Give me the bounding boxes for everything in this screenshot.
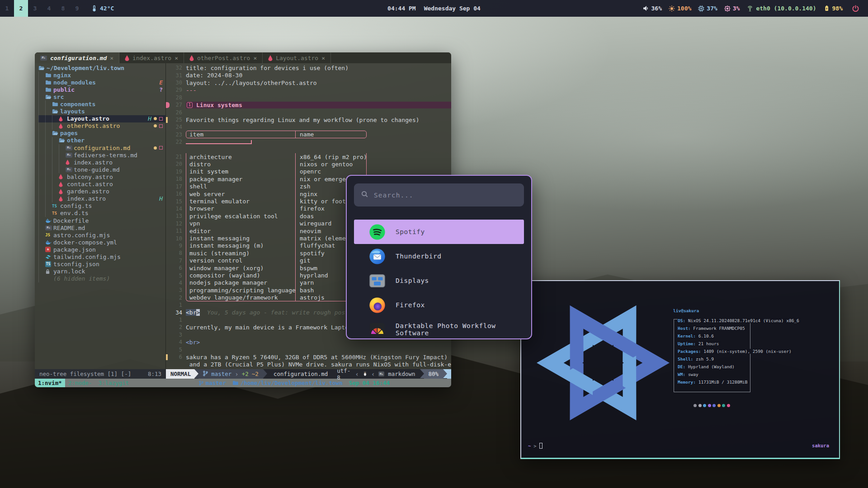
tree-item-env.d.ts[interactable]: TSenv.d.ts (38, 210, 165, 217)
tree-item-fediverse-terms.md[interactable]: M↓fediverse-terms.md (38, 151, 165, 159)
tree-item-config.ts[interactable]: TSconfig.ts (38, 202, 165, 210)
fetch-field-host: Host: Framework FRANMDCP05 (678, 324, 836, 332)
shell-prompt[interactable]: ~ > (528, 443, 542, 449)
palette-color-dot (708, 404, 711, 407)
tree-item-tsconfig.json[interactable]: TStsconfig.json (38, 261, 165, 268)
line-number: 5 (170, 347, 186, 353)
workspace-button-3[interactable]: 3 (28, 0, 42, 17)
tmux-window-1nvim[interactable]: 1:nvim* (35, 379, 65, 387)
fetch-field-label: Packages: (678, 349, 703, 354)
launcher-search-input[interactable]: Search... (354, 183, 524, 206)
tree-item-other[interactable]: other (38, 137, 165, 144)
tmux-clock: Sep 04 16:44 (349, 380, 390, 386)
tmux-window-3lazygit[interactable]: 3:lazygit (95, 379, 132, 387)
module-battery[interactable]: 98% (823, 5, 843, 12)
table-cell-name: openrc (296, 168, 366, 175)
module-brightness[interactable]: 100% (669, 5, 691, 12)
indent-guide (38, 93, 45, 100)
md-table-row: window manager (xorg)bspwm (186, 264, 367, 272)
tree-item-docker-compose.yml[interactable]: docker-compose.yml (38, 239, 165, 246)
fetch-field-label: Kernel: (678, 333, 698, 338)
tree-item-contact.astro[interactable]: contact.astro (38, 181, 165, 188)
workspace-button-9[interactable]: 9 (70, 0, 84, 17)
tree-item-node-modules[interactable]: node_modulesE (38, 79, 165, 86)
md-file-icon: M↓ (45, 225, 53, 230)
workspace-button-2[interactable]: 2 (14, 0, 28, 17)
workspace-button-1[interactable]: 1 (0, 0, 14, 17)
tree-item-Dockerfile[interactable]: Dockerfile (38, 217, 165, 224)
tree-item-label: other (67, 137, 85, 144)
tab-close-button[interactable]: × (110, 55, 113, 61)
indent-guide (45, 166, 52, 173)
tree-item-label: fediverse-terms.md (74, 152, 137, 159)
app-launcher[interactable]: Search... SpotifyThunderbirdDisplaysFire… (346, 175, 532, 339)
selected-text: <br (186, 309, 196, 316)
tree-item-components[interactable]: components (38, 100, 165, 108)
fetch-field-value: Hyprland (Wayland) (688, 364, 735, 369)
clock-module[interactable]: 04:44 PM Wednesday Sep 04 (387, 5, 481, 12)
line-number: 9 (170, 243, 186, 249)
frontmatter-delimiter: --- (186, 87, 196, 94)
indent-guide (52, 166, 59, 173)
md-table-row: package managernix or emerge (186, 175, 367, 183)
astro-file-icon (59, 123, 67, 129)
temperature-module[interactable]: 42°C (91, 5, 114, 12)
tree-item-otherPost.astro[interactable]: otherPost.astro (38, 122, 165, 130)
line-number: 3 (170, 332, 186, 338)
line-text: Currently, my main device is a Framework… (186, 324, 359, 331)
tree-item-index.astro[interactable]: index.astroH (38, 195, 165, 202)
launcher-item-thunderbird[interactable]: Thunderbird (354, 244, 524, 268)
tree-item-index.astro[interactable]: index.astro (38, 159, 165, 166)
tab-index.astro[interactable]: index.astro× (119, 52, 184, 63)
launcher-item-darktable-photo-workflow-software[interactable]: Darktable Photo Workflow Software (354, 317, 524, 339)
tree-item-~-Development-liv.town[interactable]: ~/Development/liv.town (38, 64, 165, 71)
tree-item-label: yarn.lock (53, 268, 85, 275)
tree-item-configuration.md[interactable]: M↓configuration.md (38, 144, 165, 151)
tree-item-src[interactable]: src (38, 93, 165, 100)
tree-item-package.json[interactable]: npackage.json (38, 246, 165, 253)
indent-guide (45, 108, 52, 115)
git-diff-added: +2 (242, 371, 249, 377)
tree-item-public[interactable]: public? (38, 86, 165, 93)
launcher-item-firefox[interactable]: Firefox (354, 293, 524, 317)
tree-item-pages[interactable]: pages (38, 130, 165, 137)
indent-guide (45, 173, 52, 180)
tab-close-button[interactable]: × (321, 55, 325, 61)
module-network[interactable]: eth0 (10.0.0.140) (746, 5, 816, 12)
tree-item-README.md[interactable]: M↓README.md (38, 224, 165, 231)
tab-otherPost.astro[interactable]: otherPost.astro× (184, 52, 263, 63)
line-content: title: configuration for devices i use (… (186, 65, 451, 71)
workspace-button-4[interactable]: 4 (42, 0, 56, 17)
tree-item-Layout.astro[interactable]: Layout.astroH (38, 115, 165, 122)
tree-item-markers (154, 122, 163, 130)
tree-item-balcony.astro[interactable]: balcony.astro (38, 173, 165, 180)
tree-item-tailwind.config.mjs[interactable]: tailwind.config.mjs (38, 253, 165, 260)
tree-item-nginx[interactable]: nginx (38, 71, 165, 79)
tree-item-astro.config.mjs[interactable]: JSastro.config.mjs (38, 231, 165, 239)
tree-item--6-hidden-items-[interactable]: (6 hidden items) (38, 275, 165, 282)
module-gpu[interactable]: 3% (724, 5, 740, 12)
neo-tree-sidebar[interactable]: ~/Development/liv.townnginxnode_modulesE… (35, 63, 166, 369)
power-button[interactable] (849, 5, 862, 12)
fetch-terminal-window[interactable]: liv@sakura OS: NixOS 24.11.20240828.71e9… (520, 280, 840, 459)
tmux-window-2node[interactable]: 2:node- (65, 379, 95, 387)
tree-item-garden.astro[interactable]: garden.astro (38, 188, 165, 195)
thermometer-icon (91, 5, 97, 12)
tab-configuration.md[interactable]: M↓configuration.md× (35, 52, 119, 63)
clock-time: 04:44 PM (387, 5, 416, 12)
tree-item-label: node_modules (53, 79, 96, 86)
buffer-line (166, 145, 451, 153)
tab-close-button[interactable]: × (253, 55, 257, 61)
workspace-button-8[interactable]: 8 (56, 0, 70, 17)
module-cpu[interactable]: 37% (698, 5, 717, 12)
status-modules: 36%100%37%3%eth0 (10.0.0.140)98% (643, 5, 868, 12)
tree-item-tone-guide.md[interactable]: M↓tone-guide.md (38, 166, 165, 173)
tab-Layout.astro[interactable]: Layout.astro× (263, 52, 331, 63)
module-volume[interactable]: 36% (643, 5, 662, 12)
folder-icon (38, 66, 47, 70)
launcher-item-displays[interactable]: Displays (354, 268, 524, 293)
tree-item-layouts[interactable]: layouts (38, 108, 165, 115)
tab-close-button[interactable]: × (175, 55, 178, 61)
launcher-item-spotify[interactable]: Spotify (354, 220, 524, 244)
tree-item-yarn.lock[interactable]: yarn.lock (38, 268, 165, 275)
